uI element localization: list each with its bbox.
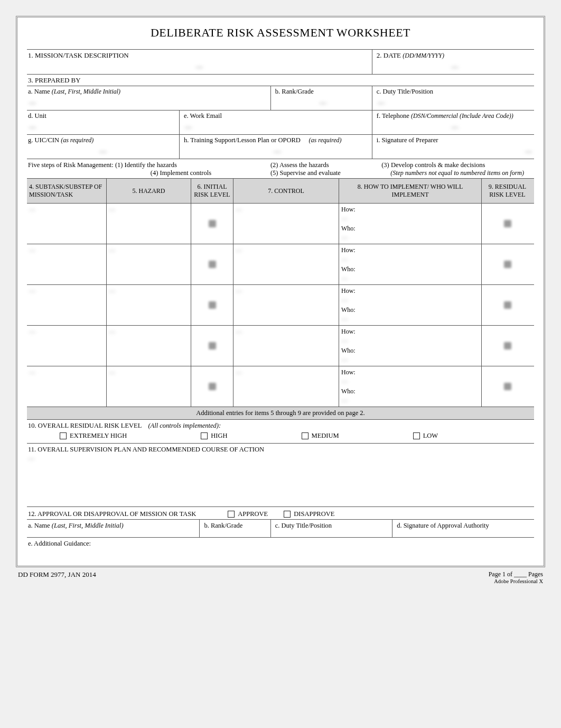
block3g-label-text: g. UIC/CIN (28, 136, 59, 144)
header-hazard: 5. HAZARD (106, 179, 191, 203)
block3d-label: d. Unit (28, 112, 178, 120)
risk-residual[interactable] (481, 244, 533, 284)
form-title: DELIBERATE RISK ASSESSMENT WORKSHEET (27, 26, 534, 40)
risk-initial[interactable] (191, 326, 233, 366)
block3i-input[interactable] (377, 144, 533, 158)
risk-row: — — — How: — Who: — (27, 285, 534, 326)
block12a: a. Name (Last, First, Middle Initial) (27, 520, 199, 537)
risk-hazard[interactable]: — (109, 206, 115, 213)
block12a-hint: (Last, First, Middle Initial) (52, 522, 124, 529)
block1-input[interactable] (28, 60, 371, 73)
block3c-input[interactable] (377, 96, 533, 109)
risk-hazard[interactable]: — (109, 246, 115, 254)
block3g-input[interactable] (28, 144, 178, 158)
form-page: DELIBERATE RISK ASSESSMENT WORKSHEET 1. … (16, 16, 545, 567)
steps-note: (Step numbers not equal to numbered item… (381, 169, 533, 177)
checkbox-medium[interactable] (302, 432, 308, 439)
choice-approve: APPROVE (238, 510, 268, 518)
block11: 11. OVERALL SUPERVISION PLAN AND RECOMME… (27, 443, 534, 506)
risk-how[interactable]: — (341, 255, 348, 263)
risk-subtask[interactable]: — (29, 328, 35, 335)
how-label: How: (341, 287, 479, 295)
risk-subtask[interactable]: — (29, 246, 35, 254)
step4: (4) Implement controls (28, 169, 270, 177)
block3i: i. Signature of Preparer (372, 134, 534, 159)
block11-text[interactable]: — (28, 454, 533, 464)
risk-initial[interactable] (191, 285, 233, 325)
block3h-label: h. Training Support/Lesson Plan or OPORD… (184, 136, 371, 144)
step2: (2) Assess the hazards (270, 161, 381, 169)
block3c: c. Duty Title/Position (372, 86, 534, 110)
block12c: c. Duty Title/Position (270, 520, 392, 537)
who-label: Who: (341, 306, 479, 314)
choice-disapprove: DISAPPROVE (294, 510, 334, 518)
block3c-label: c. Duty Title/Position (377, 88, 533, 96)
block3g-label: g. UIC/CIN (as required) (28, 136, 178, 144)
checkbox-high[interactable] (201, 432, 208, 439)
block3e: e. Work Email (179, 110, 372, 134)
block3a-input[interactable] (28, 96, 269, 109)
risk-subtask[interactable]: — (29, 368, 35, 376)
risk-how[interactable]: — (341, 215, 348, 222)
risk-residual[interactable] (481, 366, 533, 407)
header-initial: 6. INITIAL RISK LEVEL (191, 179, 233, 203)
who-label: Who: (341, 388, 479, 395)
risk-subtask[interactable]: — (29, 206, 35, 213)
risk-how[interactable]: — (341, 377, 348, 385)
risk-residual[interactable] (481, 285, 533, 325)
block3h: h. Training Support/Lesson Plan or OPORD… (179, 134, 372, 159)
header-how: 8. HOW TO IMPLEMENT/ WHO WILL IMPLEMENT (339, 179, 481, 203)
risk-residual[interactable] (481, 326, 533, 366)
checkbox-low[interactable] (413, 432, 420, 439)
risk-rows: — — — How: — Who: — — — — How: — Who: — … (27, 204, 534, 407)
risk-hazard[interactable]: — (109, 328, 115, 335)
checkbox-disapprove[interactable] (284, 511, 291, 518)
risk-control[interactable]: — (236, 368, 242, 376)
risk-initial[interactable] (191, 244, 233, 284)
risk-control[interactable]: — (236, 206, 242, 213)
block2: 2. DATE (DD/MM/YYYY) (372, 49, 534, 74)
block3g: g. UIC/CIN (as required) (27, 134, 179, 159)
header-control: 7. CONTROL (233, 179, 339, 203)
block12: 12. APPROVAL OR DISAPPROVAL OF MISSION O… (27, 506, 534, 519)
risk-control[interactable]: — (236, 328, 242, 335)
block3e-input[interactable] (184, 120, 371, 133)
additional-entries-note: Additional entries for items 5 through 9… (27, 407, 534, 420)
risk-residual[interactable] (481, 204, 533, 244)
risk-who[interactable]: — (341, 234, 348, 241)
risk-hazard[interactable]: — (109, 287, 115, 294)
risk-how[interactable]: — (341, 337, 348, 344)
block3f-label: f. Telephone (DSN/Commercial (Include Ar… (377, 112, 533, 120)
risk-initial[interactable] (191, 366, 233, 407)
block3h-input[interactable] (184, 144, 371, 158)
block10-hint: (All controls implemented): (148, 422, 221, 429)
risk-subtask[interactable]: — (29, 287, 35, 294)
risk-who[interactable]: — (341, 315, 348, 322)
risk-who[interactable]: — (341, 397, 348, 404)
block3: 3. PREPARED BY (27, 74, 534, 86)
block1: 1. MISSION/TASK DESCRIPTION (27, 49, 372, 74)
block2-label: 2. DATE (DD/MM/YYYY) (377, 51, 533, 60)
who-label: Who: (341, 265, 479, 273)
step1: Five steps of Risk Management: (1) Ident… (28, 161, 270, 169)
block3d-input[interactable] (28, 120, 178, 133)
risk-control[interactable]: — (236, 246, 242, 254)
block3b-input[interactable] (275, 96, 371, 109)
risk-table-header: 4. SUBTASK/SUBSTEP OF MISSION/TASK 5. HA… (27, 178, 534, 204)
block3f-input[interactable] (377, 120, 533, 133)
risk-initial[interactable] (191, 204, 233, 244)
risk-who[interactable]: — (341, 356, 348, 363)
risk-who[interactable]: — (341, 274, 348, 282)
risk-hazard[interactable]: — (109, 368, 115, 376)
block3g-hint: (as required) (61, 136, 94, 144)
risk-how[interactable]: — (341, 296, 348, 303)
footer: DD FORM 2977, JAN 2014 Page 1 of ____ Pa… (16, 570, 545, 584)
block3-label: 3. PREPARED BY (28, 76, 533, 85)
block2-input[interactable] (377, 60, 533, 73)
block2-label-text: 2. DATE (377, 51, 401, 59)
checkbox-approve[interactable] (228, 511, 235, 518)
risk-control[interactable]: — (236, 287, 242, 294)
choice-high: HIGH (211, 432, 227, 440)
risk-how-who: How: — Who: — (339, 366, 481, 407)
checkbox-extremely-high[interactable] (60, 432, 67, 439)
